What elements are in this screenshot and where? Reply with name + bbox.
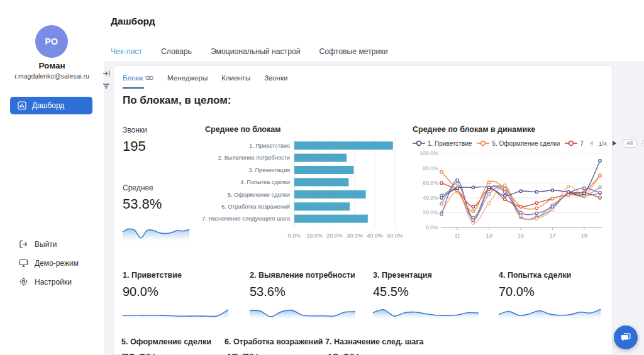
tab-label: Блоки [123, 74, 143, 82]
svg-text:2. Выявление потребности: 2. Выявление потребности [218, 155, 290, 161]
block-card-value: 90.0% [123, 285, 230, 299]
monitor-icon [19, 258, 28, 268]
svg-text:3. Презентация: 3. Презентация [248, 167, 290, 173]
collapse-icon [103, 70, 110, 77]
block-card-6: 6. Отработка возражений 45.7% [225, 337, 331, 355]
block-card-sparkline [373, 303, 480, 322]
block-card-label: 7. Назначение след. шага [325, 337, 432, 346]
section-heading: По блокам, в целом: [123, 94, 231, 107]
tab-clients[interactable]: Клиенты [221, 74, 250, 82]
svg-text:50.0%: 50.0% [387, 232, 403, 239]
block-card-value: 73.3% [121, 351, 228, 355]
svg-text:40.0%: 40.0% [423, 195, 438, 201]
sidebar-item-label: Настройки [35, 278, 72, 287]
average-sparkline [123, 222, 198, 244]
svg-text:7. Назначение следующего шага: 7. Назначение следующего шага [202, 216, 291, 222]
svg-text:100.0%: 100.0% [419, 150, 438, 156]
legend-marker-icon [565, 138, 577, 149]
line-chart-block: Среднее по блокам в динамике 1. Приветст… [413, 125, 613, 248]
block-card-sparkline [250, 303, 357, 322]
link-icon [145, 75, 153, 80]
collapse-panel-button[interactable] [103, 70, 110, 77]
svg-text:6. Отработка возражений: 6. Отработка возражений [221, 204, 290, 210]
legend-item[interactable]: 5. Оформление сделки [477, 138, 560, 149]
block-card-label: 1. Приветствие [123, 271, 230, 280]
sidebar-item-label: Выйти [35, 240, 57, 249]
avatar-initials: РО [45, 36, 58, 46]
block-card-4: 4. Попытка сделки 70.0% [499, 271, 606, 322]
legend-item[interactable]: 7 [565, 138, 584, 149]
block-card-value: 40.0% [325, 351, 432, 355]
sidebar-item-dashboard[interactable]: Дашборд [10, 97, 92, 114]
legend-page-indicator: 1/4 [599, 140, 607, 147]
calls-value: 195 [123, 138, 198, 155]
svg-text:1. Приветствие: 1. Приветствие [249, 143, 290, 149]
tab-managers[interactable]: Менеджеры [167, 74, 208, 82]
block-card-value: 53.6% [250, 285, 357, 299]
line-chart-title: Среднее по блокам в динамике [413, 125, 613, 134]
filter-icon [103, 82, 110, 90]
svg-text:11: 11 [455, 232, 460, 239]
gear-icon [19, 277, 28, 287]
avatar: РО [35, 25, 68, 58]
panel-tabs: Блоки Менеджеры Клиенты Звонки [123, 74, 287, 82]
tab-calls[interactable]: Звонки [264, 74, 287, 82]
sidebar-item-demo-mode[interactable]: Демо-режим [19, 258, 79, 268]
sidebar-item-settings[interactable]: Настройки [19, 277, 72, 287]
bar-chart-title: Среднее по блокам [205, 125, 401, 134]
svg-text:20.0%: 20.0% [326, 232, 343, 239]
user-name: Роман [0, 61, 104, 70]
block-card-label: 2. Выявление потребности [250, 271, 357, 280]
line-chart-legend: 1. Приветствие 5. Оформление сделки 7 1/… [413, 138, 613, 148]
chevron-right-icon [613, 141, 616, 146]
svg-text:30.0%: 30.0% [347, 232, 363, 239]
svg-text:17: 17 [549, 232, 555, 239]
sidebar-item-label: Дашборд [32, 101, 64, 110]
block-card-label: 4. Попытка сделки [499, 271, 606, 280]
legend-next-page-button[interactable] [612, 141, 617, 146]
page-title: Дашборд [111, 16, 155, 27]
block-card-sparkline [123, 303, 230, 322]
sidebar-item-logout[interactable]: Выйти [19, 239, 57, 249]
active-tab-underline [123, 87, 144, 89]
svg-text:20.0%: 20.0% [423, 209, 438, 216]
chat-icon [619, 331, 632, 344]
svg-text:10.0%: 10.0% [306, 232, 323, 239]
bar-chart-block: Среднее по блокам 0.0%10.0%20.0%30.0%40.… [205, 125, 401, 246]
svg-text:15: 15 [518, 232, 524, 239]
legend-item[interactable]: 1. Приветствие [413, 138, 472, 149]
block-card-label: 5. Оформление сделки [121, 337, 228, 346]
svg-text:40.0%: 40.0% [367, 232, 383, 239]
block-card-2: 2. Выявление потребности 53.6% [250, 271, 357, 322]
block-card-1: 1. Приветствие 90.0% [123, 271, 230, 322]
svg-text:13: 13 [486, 232, 492, 239]
stats-column: Звонки 195 Среднее 53.8% [123, 126, 198, 244]
filter-button[interactable] [103, 82, 110, 90]
svg-text:80.0%: 80.0% [423, 165, 438, 172]
legend-marker-icon [413, 138, 425, 149]
block-card-5: 5. Оформление сделки 73.3% [121, 337, 228, 355]
svg-text:60.0%: 60.0% [423, 180, 438, 186]
svg-text:4. Попытка сделки: 4. Попытка сделки [240, 179, 290, 185]
average-label: Среднее [123, 183, 198, 192]
legend-all-button[interactable]: All [622, 139, 637, 148]
tab-blocks[interactable]: Блоки [123, 74, 153, 82]
block-card-value: 45.7% [225, 351, 331, 355]
chat-widget-button[interactable] [614, 325, 638, 349]
sidebar: РО Роман r.magdalenko@salesai.ru Дашборд… [0, 0, 104, 355]
sidebar-item-label: Демо-режим [35, 259, 79, 268]
legend-prev-page-button[interactable] [589, 141, 594, 146]
user-email: r.magdalenko@salesai.ru [0, 72, 104, 80]
bar-chart-icon [18, 101, 26, 110]
legend-label: 1. Приветствие [428, 140, 472, 147]
legend-marker-icon [477, 138, 489, 149]
block-card-sparkline [499, 303, 606, 322]
svg-text:5. Оформление сделки: 5. Оформление сделки [228, 192, 290, 198]
svg-text:0.0%: 0.0% [426, 224, 438, 231]
block-card-value: 70.0% [499, 285, 606, 299]
line-chart: 0.0%20.0%40.0%60.0%80.0%100.0%1113151719 [413, 150, 613, 248]
legend-label: 5. Оформление сделки [492, 140, 560, 147]
logout-icon [19, 239, 28, 249]
legend-label: 7 [580, 140, 584, 147]
chevron-left-icon [589, 141, 593, 146]
